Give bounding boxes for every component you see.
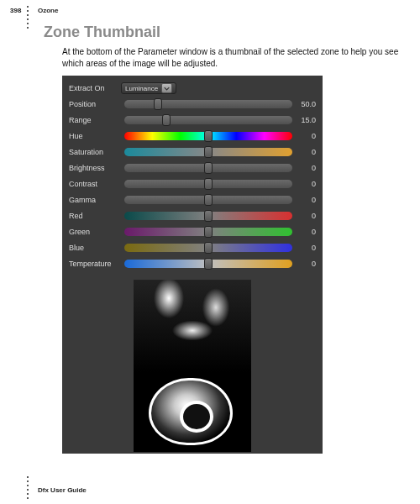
slider-value: 0 [296, 244, 316, 252]
slider-thumb[interactable] [204, 194, 213, 206]
slider-row-hue: Hue0 [69, 129, 316, 144]
slider-track-saturation[interactable] [124, 148, 292, 156]
decorative-dots-bottom [27, 476, 29, 499]
decorative-dots-top [27, 6, 29, 29]
slider-value: 0 [296, 180, 316, 188]
body-paragraph: At the bottom of the Parameter window is… [62, 46, 400, 70]
slider-thumb[interactable] [204, 210, 213, 222]
slider-thumb[interactable] [162, 114, 171, 126]
zone-thumbnail-wrap [69, 280, 316, 452]
slider-value: 50.0 [296, 100, 316, 108]
chevron-down-icon[interactable] [161, 83, 172, 93]
extract-on-dropdown[interactable]: Luminance [121, 82, 176, 94]
slider-row-blue: Blue0 [69, 240, 316, 255]
slider-thumb[interactable] [204, 226, 213, 238]
slider-label: Red [69, 212, 121, 220]
slider-track-position[interactable] [124, 100, 292, 108]
slider-label: Saturation [69, 148, 121, 156]
slider-track-range[interactable] [124, 116, 292, 124]
slider-track-green[interactable] [124, 228, 292, 236]
slider-value: 0 [296, 212, 316, 220]
slider-label: Hue [69, 132, 121, 140]
slider-thumb[interactable] [204, 258, 213, 270]
slider-thumb[interactable] [204, 178, 213, 190]
extract-on-value: Luminance [125, 85, 158, 92]
slider-value: 0 [296, 148, 316, 156]
section-label: Ozone [38, 7, 58, 14]
slider-thumb[interactable] [154, 98, 162, 110]
slider-row-contrast: Contrast0 [69, 176, 316, 192]
slider-value: 0 [296, 228, 316, 236]
slider-row-saturation: Saturation0 [69, 144, 316, 160]
slider-track-hue[interactable] [124, 132, 292, 140]
slider-track-gamma[interactable] [124, 196, 292, 204]
footer-guide-label: Dfx User Guide [38, 486, 87, 494]
slider-track-temperature[interactable] [124, 260, 292, 268]
slider-label: Blue [69, 244, 121, 252]
slider-label: Brightness [69, 164, 121, 172]
slider-track-contrast[interactable] [124, 180, 292, 188]
slider-label: Range [69, 116, 121, 124]
slider-value: 0 [296, 132, 316, 140]
slider-thumb[interactable] [204, 242, 213, 254]
slider-track-brightness[interactable] [124, 164, 292, 172]
page-title: Zone Thumbnail [44, 24, 160, 41]
parameter-panel: Extract On Luminance Position50.0Range15… [62, 76, 323, 454]
slider-row-brightness: Brightness0 [69, 160, 316, 176]
extract-on-label: Extract On [69, 84, 121, 92]
slider-label: Position [69, 100, 121, 108]
slider-value: 0 [296, 260, 316, 268]
slider-thumb[interactable] [204, 146, 213, 158]
slider-row-gamma: Gamma0 [69, 192, 316, 207]
slider-label: Gamma [69, 196, 121, 204]
slider-value: 15.0 [296, 116, 316, 124]
slider-row-green: Green0 [69, 224, 316, 239]
slider-row-red: Red0 [69, 208, 316, 223]
slider-label: Temperature [69, 260, 121, 268]
slider-row-position: Position50.0 [69, 97, 316, 112]
slider-label: Contrast [69, 180, 121, 188]
slider-track-red[interactable] [124, 212, 292, 220]
zone-thumbnail-image [134, 280, 251, 452]
extract-on-row: Extract On Luminance [69, 81, 316, 96]
slider-thumb[interactable] [204, 162, 213, 174]
slider-label: Green [69, 228, 121, 236]
slider-thumb[interactable] [204, 130, 213, 142]
slider-value: 0 [296, 196, 316, 204]
slider-row-temperature: Temperature0 [69, 256, 316, 271]
slider-row-range: Range15.0 [69, 113, 316, 128]
slider-track-blue[interactable] [124, 244, 292, 252]
slider-value: 0 [296, 164, 316, 172]
page-number: 398 [10, 7, 21, 14]
